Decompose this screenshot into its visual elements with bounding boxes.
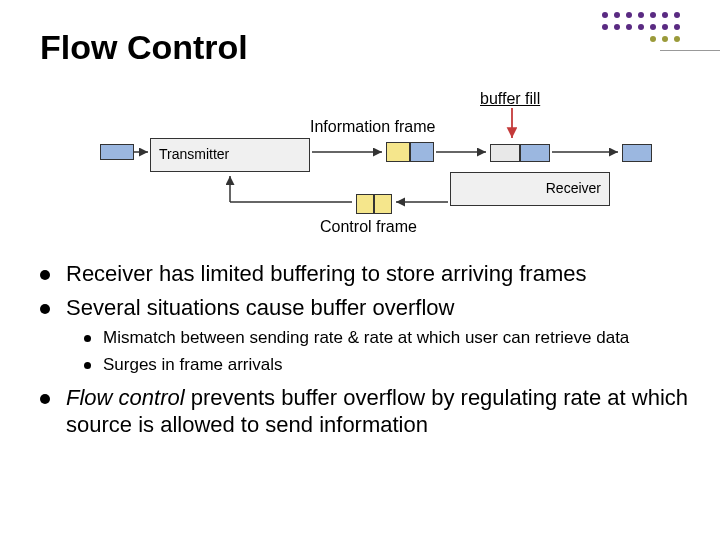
bullet-text: Surges in frame arrivals xyxy=(103,354,283,375)
slide-body: Receiver has limited buffering to store … xyxy=(40,260,690,445)
bullet-icon xyxy=(40,394,50,404)
bullet-text: Receiver has limited buffering to store … xyxy=(66,260,586,288)
svg-point-6 xyxy=(674,12,680,18)
slide-decoration-dots xyxy=(600,10,690,46)
emphasis-text: Flow control xyxy=(66,385,185,410)
svg-point-8 xyxy=(614,24,620,30)
svg-point-13 xyxy=(674,24,680,30)
bullet-icon xyxy=(84,362,91,369)
slide-decoration-line xyxy=(660,50,720,51)
svg-point-2 xyxy=(626,12,632,18)
svg-point-0 xyxy=(602,12,608,18)
slide-title: Flow Control xyxy=(40,28,248,67)
bullet-text: Several situations cause buffer overflow xyxy=(66,294,454,322)
svg-point-4 xyxy=(650,12,656,18)
svg-point-10 xyxy=(638,24,644,30)
svg-point-12 xyxy=(662,24,668,30)
sub-bullet-1: Mismatch between sending rate & rate at … xyxy=(84,327,690,348)
svg-point-3 xyxy=(638,12,644,18)
bullet-text: Flow control prevents buffer overflow by… xyxy=(66,384,690,439)
bullet-text: Mismatch between sending rate & rate at … xyxy=(103,327,629,348)
svg-point-1 xyxy=(614,12,620,18)
flow-control-diagram: buffer fill Information frame Control fr… xyxy=(40,90,680,240)
svg-point-7 xyxy=(602,24,608,30)
diagram-arrows xyxy=(40,90,680,240)
svg-point-14 xyxy=(650,36,656,42)
svg-point-16 xyxy=(674,36,680,42)
svg-point-15 xyxy=(662,36,668,42)
sub-bullet-2: Surges in frame arrivals xyxy=(84,354,690,375)
svg-point-9 xyxy=(626,24,632,30)
bullet-icon xyxy=(40,304,50,314)
bullet-icon xyxy=(40,270,50,280)
bullet-3: Flow control prevents buffer overflow by… xyxy=(40,384,690,439)
bullet-2: Several situations cause buffer overflow xyxy=(40,294,690,322)
svg-point-5 xyxy=(662,12,668,18)
svg-point-11 xyxy=(650,24,656,30)
bullet-1: Receiver has limited buffering to store … xyxy=(40,260,690,288)
bullet-icon xyxy=(84,335,91,342)
